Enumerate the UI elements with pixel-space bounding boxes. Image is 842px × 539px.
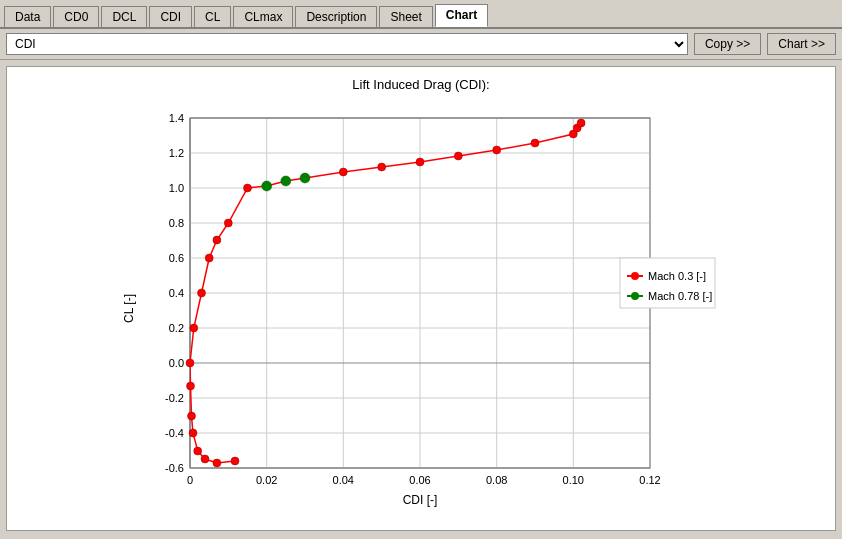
y-axis-label: CL [-] (122, 294, 136, 323)
dot-green (281, 176, 291, 186)
svg-text:0.6: 0.6 (169, 252, 184, 264)
chart-area: CL [-] (7, 96, 835, 530)
tab-cd0[interactable]: CD0 (53, 6, 99, 27)
dot (378, 163, 386, 171)
svg-text:1.0: 1.0 (169, 182, 184, 194)
svg-text:0.08: 0.08 (486, 474, 507, 486)
svg-point-43 (631, 272, 639, 280)
dot-green (300, 173, 310, 183)
svg-text:0.12: 0.12 (639, 474, 660, 486)
copy-button[interactable]: Copy >> (694, 33, 761, 55)
tab-dcl[interactable]: DCL (101, 6, 147, 27)
svg-text:1.2: 1.2 (169, 147, 184, 159)
chart-svg-wrapper: CL [-] (122, 108, 720, 508)
dot (188, 412, 196, 420)
tab-cl[interactable]: CL (194, 6, 231, 27)
dot-green (262, 181, 272, 191)
svg-text:CDI [-]: CDI [-] (403, 493, 438, 507)
svg-text:0.10: 0.10 (563, 474, 584, 486)
svg-text:0.0: 0.0 (169, 357, 184, 369)
chart-title: Lift Induced Drag (CDI): (352, 77, 489, 92)
dot (244, 184, 252, 192)
svg-text:0.2: 0.2 (169, 322, 184, 334)
dot (201, 455, 209, 463)
svg-text:0: 0 (187, 474, 193, 486)
tab-sheet[interactable]: Sheet (379, 6, 432, 27)
chart-button[interactable]: Chart >> (767, 33, 836, 55)
toolbar: CDI Copy >> Chart >> (0, 29, 842, 60)
chart-container: Lift Induced Drag (CDI): CL [-] (6, 66, 836, 531)
dot (493, 146, 501, 154)
dot (416, 158, 424, 166)
dot (187, 382, 195, 390)
tab-chart[interactable]: Chart (435, 4, 488, 27)
dot (213, 459, 221, 467)
svg-text:0.4: 0.4 (169, 287, 184, 299)
svg-text:0.02: 0.02 (256, 474, 277, 486)
svg-text:0.8: 0.8 (169, 217, 184, 229)
dot (531, 139, 539, 147)
svg-text:0.06: 0.06 (409, 474, 430, 486)
svg-text:1.4: 1.4 (169, 112, 184, 124)
svg-text:0.04: 0.04 (333, 474, 354, 486)
svg-text:-0.2: -0.2 (165, 392, 184, 404)
chart-select[interactable]: CDI (6, 33, 688, 55)
dot (224, 219, 232, 227)
tab-description[interactable]: Description (295, 6, 377, 27)
svg-text:Mach 0.3 [-]: Mach 0.3 [-] (648, 270, 706, 282)
svg-text:-0.4: -0.4 (165, 427, 184, 439)
svg-point-46 (631, 292, 639, 300)
dot (339, 168, 347, 176)
dot (205, 254, 213, 262)
dot (577, 119, 585, 127)
dot (190, 324, 198, 332)
chart-svg: -0.6 -0.4 -0.2 0.0 0.2 0.4 0.6 0.8 1.0 1… (140, 108, 720, 508)
dot (454, 152, 462, 160)
dot (231, 457, 239, 465)
dot (198, 289, 206, 297)
tab-bar: Data CD0 DCL CDI CL CLmax Description Sh… (0, 0, 842, 29)
tab-clmax[interactable]: CLmax (233, 6, 293, 27)
svg-text:-0.6: -0.6 (165, 462, 184, 474)
dot (189, 429, 197, 437)
tab-cdi[interactable]: CDI (149, 6, 192, 27)
tab-data[interactable]: Data (4, 6, 51, 27)
svg-text:Mach 0.78 [-]: Mach 0.78 [-] (648, 290, 712, 302)
dot (194, 447, 202, 455)
dot (213, 236, 221, 244)
